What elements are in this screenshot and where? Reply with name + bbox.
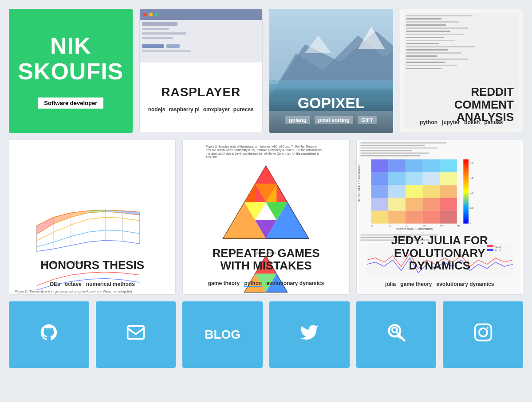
github-icon xyxy=(39,323,59,347)
svg-rect-0 xyxy=(142,22,177,26)
svg-rect-97 xyxy=(422,211,440,224)
svg-rect-16 xyxy=(406,18,441,20)
svg-rect-17 xyxy=(406,21,459,23)
card-rasplayer[interactable]: RASPLAYER nodejs raspberry pi omxplayer … xyxy=(139,9,263,133)
svg-rect-66 xyxy=(360,142,446,144)
svg-text:20: 20 xyxy=(405,224,408,227)
svg-rect-15 xyxy=(406,15,473,16)
card-reddit[interactable]: REDDIT COMMENT ANALYSIS python jupyter b… xyxy=(400,9,524,133)
svg-rect-75 xyxy=(388,160,406,172)
tag-pixel-sorting: pixel sorting xyxy=(315,116,353,124)
card-search[interactable] xyxy=(356,301,437,368)
svg-rect-67 xyxy=(360,145,425,146)
svg-text:100,000.: 100,000. xyxy=(206,156,217,159)
tag-bokeh: bokeh xyxy=(464,119,480,125)
svg-rect-74 xyxy=(371,160,388,172)
rasplayer-title-area: RASPLAYER xyxy=(161,85,240,99)
reddit-tags: python jupyter bokeh pandas xyxy=(400,119,523,125)
window-minimize-dot xyxy=(149,13,153,16)
card-github[interactable] xyxy=(9,301,89,368)
svg-rect-76 xyxy=(405,160,422,172)
tag-des: DEs xyxy=(50,281,60,287)
svg-rect-92 xyxy=(422,198,440,211)
rasplayer-ui-svg xyxy=(140,20,263,62)
gopixel-overlay: GOPIXEL golang pixel sorting GIFT xyxy=(269,86,393,133)
tag-raspberry-pi: raspberry pi xyxy=(169,106,199,113)
svg-rect-120 xyxy=(128,326,144,339)
svg-rect-22 xyxy=(406,37,444,38)
games-tags: game theory python evolutionary dynamics xyxy=(183,280,349,287)
svg-rect-68 xyxy=(360,147,437,148)
thesis-title: HONOURS THESIS xyxy=(9,258,175,272)
svg-rect-79 xyxy=(371,172,388,185)
svg-rect-32 xyxy=(406,68,441,69)
tag-numerical: numerical methods xyxy=(86,281,135,287)
instagram-icon xyxy=(473,323,493,347)
svg-text:1.0: 1.0 xyxy=(469,207,473,209)
svg-text:40: 40 xyxy=(440,224,442,227)
card-games[interactable]: Figure 2: Simplex plots of the interacti… xyxy=(182,140,349,295)
svg-rect-88 xyxy=(440,185,457,198)
jedy-title: JEDY: JULIA FOR EVOLUTIONARY DYNAMICS xyxy=(357,234,523,272)
svg-rect-95 xyxy=(388,211,406,224)
svg-rect-21 xyxy=(406,34,464,35)
email-icon xyxy=(126,323,146,347)
svg-text:10: 10 xyxy=(388,224,391,227)
tag-pandas: pandas xyxy=(484,119,503,125)
games-title: REPEATED GAMES WITH MISTAKES xyxy=(183,247,349,272)
svg-text:4.0: 4.0 xyxy=(469,161,473,164)
card-twitter[interactable] xyxy=(269,301,350,368)
svg-rect-78 xyxy=(440,160,457,172)
svg-rect-89 xyxy=(371,198,388,211)
blog-label: BLOG xyxy=(205,328,240,342)
svg-rect-1 xyxy=(142,28,169,30)
svg-text:3.0: 3.0 xyxy=(469,191,473,194)
svg-rect-25 xyxy=(406,46,475,47)
gopixel-title: GOPIXEL xyxy=(278,94,384,112)
card-thesis[interactable]: (a) Approximate solution (b) Errors Figu… xyxy=(9,140,176,295)
svg-text:Figure 11: The results and err: Figure 11: The results and errors comput… xyxy=(15,290,132,293)
thesis-tags: DEs octave numerical methods xyxy=(9,281,175,287)
card-blog[interactable]: BLOG xyxy=(182,301,263,368)
tag-julia: julia xyxy=(385,281,396,287)
twitter-icon xyxy=(299,323,319,347)
svg-rect-93 xyxy=(440,198,457,211)
thesis-title-area: HONOURS THESIS xyxy=(9,258,175,272)
svg-text:Number of ALLC individuals: Number of ALLC individuals xyxy=(395,227,433,230)
svg-rect-23 xyxy=(406,40,455,41)
svg-rect-71 xyxy=(360,155,420,156)
search-icon xyxy=(386,323,406,347)
card-email[interactable] xyxy=(96,301,176,368)
rasplayer-screenshot xyxy=(140,9,263,62)
games-title-area: REPEATED GAMES WITH MISTAKES xyxy=(183,247,349,272)
svg-point-128 xyxy=(479,328,487,336)
tag-python: python xyxy=(420,119,437,125)
tag-purecss: purecss xyxy=(233,106,254,113)
svg-rect-70 xyxy=(360,152,429,154)
window-content-area xyxy=(140,20,263,62)
rasplayer-tags: nodejs raspberry pi omxplayer purecss xyxy=(144,106,258,113)
svg-rect-87 xyxy=(422,185,440,198)
svg-rect-18 xyxy=(406,24,446,26)
card-gopixel[interactable]: GOPIXEL golang pixel sorting GIFT xyxy=(269,9,393,133)
card-nik[interactable]: NIK SKOUFIS Software developer xyxy=(9,9,133,133)
svg-rect-4 xyxy=(142,44,164,48)
tag-python-games: python xyxy=(244,280,262,287)
svg-rect-28 xyxy=(406,55,437,57)
tag-nodejs: nodejs xyxy=(148,106,166,113)
card-instagram[interactable] xyxy=(443,301,523,368)
svg-rect-31 xyxy=(406,65,457,66)
svg-rect-5 xyxy=(166,44,180,48)
svg-rect-77 xyxy=(422,160,440,172)
card-jedy[interactable]: Number of ALLC individuals xyxy=(356,140,523,295)
svg-text:Number of ALLC individuals: Number of ALLC individuals xyxy=(358,165,361,202)
svg-text:0: 0 xyxy=(469,222,471,224)
svg-rect-84 xyxy=(371,185,388,198)
svg-text:0: 0 xyxy=(371,224,372,227)
svg-rect-127 xyxy=(475,324,491,341)
tag-jupyter: jupyter xyxy=(442,119,460,125)
svg-rect-26 xyxy=(406,49,448,51)
svg-rect-29 xyxy=(406,59,468,60)
tag-evo-dyn-jedy: evolutionary dynamics xyxy=(436,281,494,287)
svg-text:the term cutoff size is 1e+6 a: the term cutoff size is 1e+6 and the num… xyxy=(206,152,319,155)
